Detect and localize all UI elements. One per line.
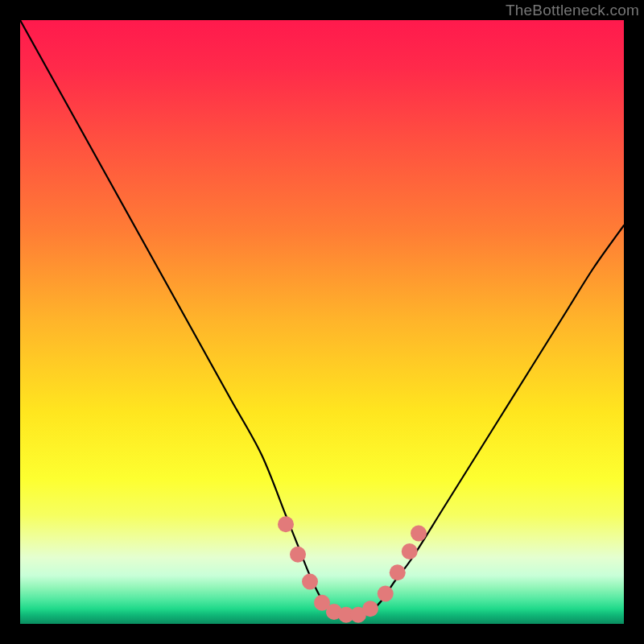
data-point <box>290 547 306 563</box>
data-point <box>278 516 294 532</box>
outer-frame: TheBottleneck.com <box>0 0 644 644</box>
data-points-group <box>278 516 427 623</box>
plot-area <box>20 20 624 624</box>
data-point <box>362 601 378 617</box>
bottleneck-curve <box>20 20 624 618</box>
watermark-text: TheBottleneck.com <box>506 2 639 19</box>
data-point <box>390 564 406 580</box>
data-point <box>378 586 394 602</box>
data-point <box>302 574 318 590</box>
data-point <box>411 526 427 542</box>
chart-svg <box>20 20 624 624</box>
data-point <box>402 543 418 559</box>
